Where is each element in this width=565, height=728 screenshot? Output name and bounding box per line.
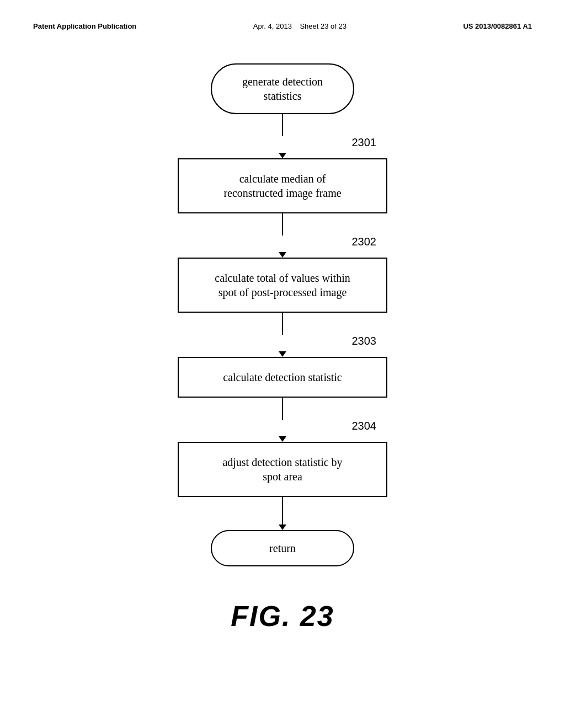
arrowhead-end — [279, 524, 286, 530]
arrow-3 — [178, 436, 387, 442]
connector-3a — [178, 398, 387, 420]
step-label-row-2301: 2301 — [178, 136, 387, 153]
arrow-0 — [178, 153, 387, 158]
line-0 — [282, 114, 283, 136]
arrow-end — [178, 524, 387, 530]
step-number-2304: 2304 — [352, 420, 377, 432]
arrow-1 — [178, 252, 387, 258]
step-number-2303: 2303 — [352, 335, 377, 347]
connector-end — [178, 497, 387, 524]
arrowhead-2 — [279, 351, 286, 357]
header-date-sheet: Apr. 4, 2013 Sheet 23 of 23 — [253, 22, 347, 30]
arrow-2 — [178, 351, 387, 357]
step-label-row-2302: 2302 — [178, 235, 387, 252]
end-node: return — [211, 530, 354, 566]
start-node-label: generate detectionstatistics — [242, 76, 323, 102]
flowchart-diagram: generate detectionstatistics 2301 calcul… — [33, 63, 532, 566]
step-number-2301: 2301 — [352, 136, 377, 149]
page: Patent Application Publication Apr. 4, 2… — [0, 0, 565, 728]
step-2302-box: calculate total of values withinspot of … — [178, 258, 387, 313]
step-number-2302: 2302 — [352, 235, 377, 248]
connector-2a — [178, 313, 387, 335]
header-sheet: Sheet 23 of 23 — [300, 22, 347, 30]
line-1a — [282, 213, 283, 235]
step-2303-box: calculate detection statistic — [178, 357, 387, 398]
step-label-row-2303: 2303 — [178, 335, 387, 351]
header-publication-type: Patent Application Publication — [33, 22, 136, 30]
end-node-label: return — [269, 542, 296, 554]
connector-0 — [178, 114, 387, 136]
start-node: generate detectionstatistics — [211, 63, 354, 114]
page-header: Patent Application Publication Apr. 4, 2… — [33, 22, 532, 30]
step-2302-label: calculate total of values withinspot of … — [215, 272, 350, 298]
step-2301-label: calculate median ofreconstructed image f… — [223, 173, 341, 199]
line-2a — [282, 313, 283, 335]
connector-1a — [178, 213, 387, 235]
arrowhead-1 — [279, 252, 286, 258]
step-2303-label: calculate detection statistic — [223, 371, 342, 383]
step-label-row-2304: 2304 — [178, 420, 387, 436]
step-2301-box: calculate median ofreconstructed image f… — [178, 158, 387, 213]
line-end — [282, 497, 283, 524]
arrowhead-3 — [279, 436, 286, 442]
header-date: Apr. 4, 2013 — [253, 22, 292, 30]
arrowhead-0 — [279, 153, 286, 158]
header-patent-number: US 2013/0082861 A1 — [463, 22, 532, 30]
step-2304-label: adjust detection statistic byspot area — [222, 456, 342, 483]
figure-label: FIG. 23 — [33, 599, 532, 633]
step-2304-box: adjust detection statistic byspot area — [178, 442, 387, 497]
line-3a — [282, 398, 283, 420]
